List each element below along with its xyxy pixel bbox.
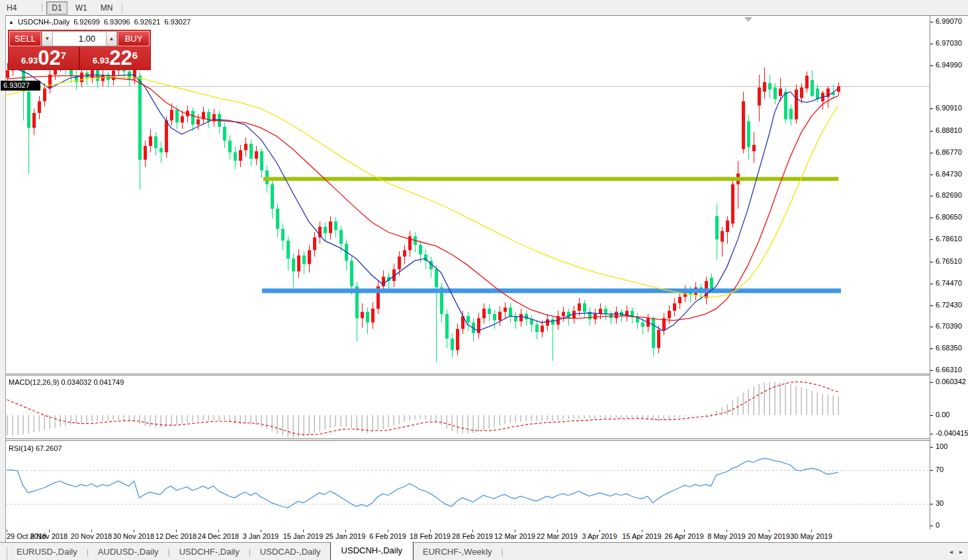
timeframe-button-h4[interactable]: H4: [1, 1, 22, 15]
price-axis-label: 6.74470: [936, 279, 962, 287]
macd-axis-label: -0.040415: [936, 429, 968, 437]
date-axis-label: 30 Nov 2018: [113, 532, 154, 540]
pane-separator[interactable]: [6, 374, 968, 376]
date-axis-label: 3 Jan 2019: [243, 532, 279, 540]
chart-tab-eurusd[interactable]: EURUSD-,Daily: [7, 544, 87, 560]
timeframe-button-w1[interactable]: W1: [70, 1, 93, 15]
date-axis-label: 12 Dec 2018: [155, 532, 197, 540]
chart-tab-usdcnh[interactable]: USDCNH-,Daily: [330, 541, 414, 560]
chart-tab-usdchf[interactable]: USDCHF-,Daily: [170, 544, 249, 560]
axis-tick: [930, 196, 933, 196]
sell-button[interactable]: SELL: [9, 31, 41, 46]
buy-button[interactable]: BUY: [118, 31, 150, 46]
buy-price-prefix: 6.93: [93, 56, 109, 65]
price-axis-label: 6.78610: [936, 235, 962, 243]
price-axis-pane[interactable]: 6.990706.970306.949906.909106.888106.867…: [930, 16, 968, 530]
axis-tick: [930, 284, 933, 284]
sell-price-prefix: 6.93: [21, 56, 38, 65]
chart-tab-bar: EURUSD-,Daily|AUDUSD-,Daily|USDCHF-,Dail…: [0, 542, 968, 560]
chart-title: ▲ USDCNH-,Daily 6.92699 6.93096 6.92621 …: [9, 18, 191, 26]
date-axis-label: 8 Nov 2018: [30, 532, 67, 540]
date-axis-label: 3 Apr 2019: [582, 532, 617, 540]
volume-increase-button[interactable]: ▲: [106, 31, 117, 46]
price-axis-label: 6.72430: [936, 301, 962, 309]
timeframe-button-d1[interactable]: D1: [46, 1, 67, 15]
axis-tick: [930, 239, 933, 240]
ohlc-low: 6.92621: [134, 18, 161, 26]
axis-tick: [930, 218, 933, 218]
price-axis-label: 6.88810: [936, 126, 962, 134]
price-axis-label: 6.70390: [936, 322, 962, 330]
macd-indicator-canvas[interactable]: [6, 376, 930, 438]
chart-tab-usdcad[interactable]: USDCAD-,Daily: [251, 544, 330, 560]
date-axis-label: 22 Mar 2019: [537, 532, 578, 540]
chart-symbol-period: USDCNH-,Daily: [18, 18, 69, 26]
axis-tick: [930, 447, 933, 448]
one-click-trading-panel: SELL ▼ ▲ BUY 6.93027 6.93226: [8, 30, 151, 70]
axis-tick: [930, 44, 933, 44]
buy-price-pips: 22: [109, 48, 132, 68]
chart-tab-eurchf[interactable]: EURCHF-,Weekly: [414, 544, 502, 560]
rsi-axis-label: 70: [936, 465, 944, 473]
date-axis-label: 30 May 2019: [790, 532, 832, 540]
tab-scroll-controls: ◂ ▸: [949, 543, 968, 560]
date-axis-label: 26 Apr 2019: [664, 532, 703, 540]
axis-tick: [930, 22, 933, 22]
price-axis-label: 6.86770: [936, 148, 962, 156]
tab-scroll-left-button[interactable]: ◂: [949, 548, 953, 555]
tab-scroll-right-button[interactable]: ▸: [959, 548, 963, 555]
sell-price-point: 7: [61, 50, 66, 61]
date-axis-label: 25 Jan 2019: [326, 532, 366, 540]
price-axis-label: 6.84730: [936, 170, 962, 178]
date-axis-label: 18 Feb 2019: [410, 532, 451, 540]
volume-input[interactable]: [53, 31, 106, 46]
price-axis-label: 6.80650: [936, 213, 962, 221]
price-axis-label: 6.94990: [936, 61, 962, 69]
pane-separator[interactable]: [6, 438, 968, 441]
timeframe-button-mn[interactable]: MN: [95, 1, 118, 15]
tab-divider: |: [502, 545, 504, 560]
ohlc-high: 6.93096: [104, 18, 130, 26]
axis-tick: [930, 262, 933, 262]
price-axis-label: 6.76510: [936, 257, 962, 265]
axis-tick: [930, 370, 933, 371]
price-axis-label: 6.82690: [936, 191, 962, 199]
one-click-panel-toggle-icon[interactable]: ▲: [9, 19, 14, 25]
axis-tick: [930, 415, 933, 416]
date-axis-label: 20 May 2019: [748, 532, 790, 540]
rsi-axis-label: 100: [936, 442, 947, 450]
volume-decrease-button[interactable]: ▼: [42, 31, 53, 46]
window-left-frame: [0, 15, 6, 542]
date-axis-label: 24 Dec 2018: [198, 532, 239, 540]
date-axis-label: 15 Apr 2019: [622, 532, 661, 540]
price-axis-label: 6.66310: [936, 366, 962, 374]
down-arrow-icon: ▼: [45, 36, 50, 42]
date-axis-label: 8 May 2019: [707, 532, 745, 540]
buy-price-display[interactable]: 6.93226: [80, 47, 150, 69]
ohlc-close: 6.93027: [164, 18, 191, 26]
chart-tab-audusd[interactable]: AUDUSD-,Daily: [89, 544, 168, 560]
rsi-axis-label: 0: [936, 521, 940, 529]
axis-tick: [930, 131, 933, 132]
price-axis-label: 6.97030: [936, 39, 962, 47]
sell-price-display[interactable]: 6.93027: [9, 47, 79, 69]
axis-tick: [930, 327, 933, 327]
chart-shift-marker-icon[interactable]: [744, 17, 752, 22]
axis-tick: [930, 65, 933, 66]
axis-tick: [930, 348, 933, 349]
rsi-axis-label: 30: [936, 499, 944, 507]
axis-tick: [930, 175, 933, 175]
rsi-indicator-canvas[interactable]: [6, 442, 930, 528]
macd-axis-label: 0.00: [936, 411, 949, 419]
timeframe-toolbar: H4D1W1MN: [0, 0, 968, 16]
date-axis-label: 6 Feb 2019: [369, 532, 406, 540]
axis-tick: [930, 108, 933, 109]
date-axis[interactable]: 29 Oct 20188 Nov 201820 Nov 201830 Nov 2…: [6, 530, 968, 542]
price-axis-label: 6.68350: [936, 344, 962, 352]
date-axis-label: 20 Nov 2018: [71, 532, 112, 540]
macd-axis-label: 0.060342: [936, 378, 966, 385]
axis-tick: [930, 382, 933, 383]
date-axis-label: 15 Jan 2019: [283, 532, 324, 540]
axis-tick: [930, 305, 933, 306]
toolbar-separator: [122, 3, 122, 13]
